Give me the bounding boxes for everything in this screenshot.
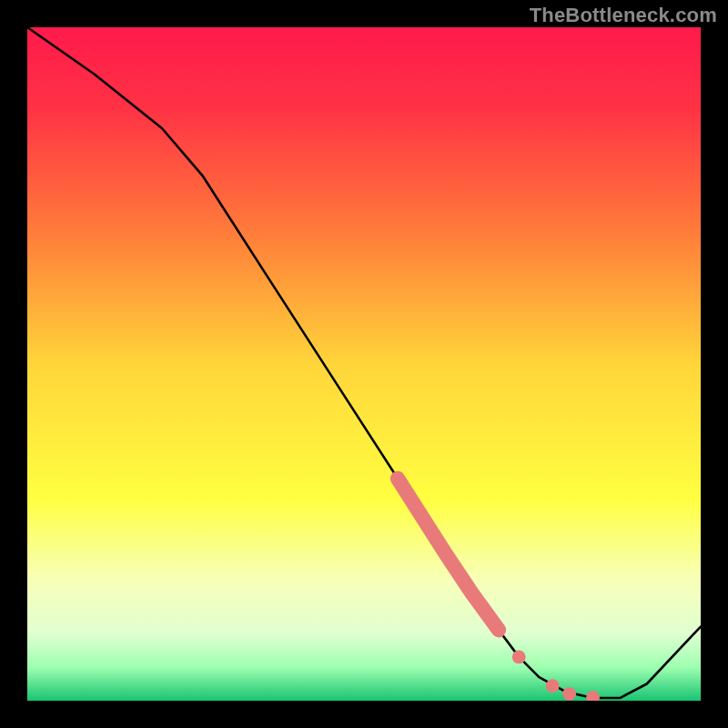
highlight-dot <box>512 651 526 664</box>
chart-frame: TheBottleneck.com <box>0 0 728 728</box>
highlight-dot <box>546 679 560 693</box>
watermark-text: TheBottleneck.com <box>530 4 717 27</box>
bottleneck-chart <box>27 27 701 701</box>
plot-background <box>27 27 701 701</box>
highlight-dot <box>562 687 576 701</box>
